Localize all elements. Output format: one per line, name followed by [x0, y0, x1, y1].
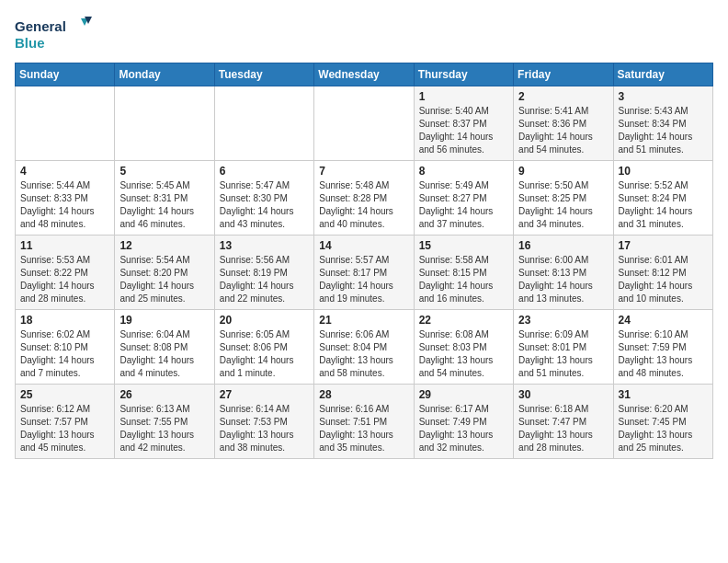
day-number: 9 [518, 165, 608, 178]
cell-details: Sunrise: 6:09 AMSunset: 8:01 PMDaylight:… [518, 329, 593, 378]
cell-details: Sunrise: 5:57 AMSunset: 8:17 PMDaylight:… [319, 255, 393, 304]
day-number: 22 [419, 314, 508, 327]
calendar-cell: 22Sunrise: 6:08 AMSunset: 8:03 PMDayligh… [414, 310, 513, 385]
calendar-cell: 19Sunrise: 6:04 AMSunset: 8:08 PMDayligh… [115, 310, 214, 385]
calendar-cell: 4Sunrise: 5:44 AMSunset: 8:33 PMDaylight… [16, 161, 115, 236]
cell-details: Sunrise: 5:58 AMSunset: 8:15 PMDaylight:… [419, 255, 494, 304]
cell-details: Sunrise: 6:18 AMSunset: 7:47 PMDaylight:… [518, 404, 593, 453]
cell-details: Sunrise: 6:14 AMSunset: 7:53 PMDaylight:… [220, 404, 294, 453]
calendar-cell: 17Sunrise: 6:01 AMSunset: 8:12 PMDayligh… [613, 236, 712, 310]
day-number: 29 [419, 388, 508, 401]
day-number: 27 [220, 388, 309, 401]
cell-details: Sunrise: 6:00 AMSunset: 8:13 PMDaylight:… [518, 255, 593, 304]
cell-details: Sunrise: 6:16 AMSunset: 7:51 PMDaylight:… [319, 404, 393, 453]
day-number: 14 [319, 239, 408, 252]
weekday-header-wednesday: Wednesday [314, 63, 414, 86]
weekday-header-tuesday: Tuesday [214, 63, 313, 86]
day-number: 7 [319, 165, 408, 178]
calendar-cell [115, 86, 214, 161]
weekday-header-sunday: Sunday [16, 63, 115, 86]
cell-details: Sunrise: 5:45 AMSunset: 8:31 PMDaylight:… [119, 180, 194, 229]
day-number: 12 [119, 239, 209, 252]
calendar-cell [214, 86, 313, 161]
calendar-cell: 23Sunrise: 6:09 AMSunset: 8:01 PMDayligh… [514, 310, 613, 385]
day-number: 21 [319, 314, 408, 327]
calendar-cell: 31Sunrise: 6:20 AMSunset: 7:45 PMDayligh… [613, 385, 712, 459]
cell-details: Sunrise: 6:12 AMSunset: 7:57 PMDaylight:… [20, 404, 95, 453]
weekday-header-friday: Friday [514, 63, 613, 86]
day-number: 20 [220, 314, 309, 327]
cell-details: Sunrise: 5:47 AMSunset: 8:30 PMDaylight:… [220, 180, 294, 229]
day-number: 8 [419, 165, 508, 178]
cell-details: Sunrise: 6:01 AMSunset: 8:12 PMDaylight:… [619, 255, 693, 304]
day-number: 26 [119, 388, 209, 401]
calendar-cell: 26Sunrise: 6:13 AMSunset: 7:55 PMDayligh… [115, 385, 214, 459]
calendar-cell: 21Sunrise: 6:06 AMSunset: 8:04 PMDayligh… [314, 310, 414, 385]
day-number: 5 [119, 165, 209, 178]
cell-details: Sunrise: 5:49 AMSunset: 8:27 PMDaylight:… [419, 180, 494, 229]
calendar-cell: 30Sunrise: 6:18 AMSunset: 7:47 PMDayligh… [514, 385, 613, 459]
cell-details: Sunrise: 6:04 AMSunset: 8:08 PMDaylight:… [119, 329, 194, 378]
cell-details: Sunrise: 6:20 AMSunset: 7:45 PMDaylight:… [619, 404, 693, 453]
calendar-cell: 29Sunrise: 6:17 AMSunset: 7:49 PMDayligh… [414, 385, 513, 459]
cell-details: Sunrise: 6:13 AMSunset: 7:55 PMDaylight:… [119, 404, 194, 453]
cell-details: Sunrise: 5:41 AMSunset: 8:36 PMDaylight:… [518, 106, 593, 155]
day-number: 15 [419, 239, 508, 252]
cell-details: Sunrise: 5:44 AMSunset: 8:33 PMDaylight:… [20, 180, 95, 229]
day-number: 25 [20, 388, 109, 401]
calendar-cell: 18Sunrise: 6:02 AMSunset: 8:10 PMDayligh… [16, 310, 115, 385]
calendar-cell: 7Sunrise: 5:48 AMSunset: 8:28 PMDaylight… [314, 161, 414, 236]
day-number: 19 [119, 314, 209, 327]
day-number: 17 [619, 239, 708, 252]
svg-text:Blue: Blue [15, 35, 45, 51]
logo: General Blue [15, 15, 97, 53]
cell-details: Sunrise: 6:06 AMSunset: 8:04 PMDaylight:… [319, 329, 393, 378]
cell-details: Sunrise: 5:50 AMSunset: 8:25 PMDaylight:… [518, 180, 593, 229]
page-header: General Blue [15, 15, 713, 53]
calendar-cell: 11Sunrise: 5:53 AMSunset: 8:22 PMDayligh… [16, 236, 115, 310]
day-number: 6 [220, 165, 309, 178]
cell-details: Sunrise: 6:02 AMSunset: 8:10 PMDaylight:… [20, 329, 95, 378]
calendar-cell: 5Sunrise: 5:45 AMSunset: 8:31 PMDaylight… [115, 161, 214, 236]
weekday-header-thursday: Thursday [414, 63, 513, 86]
calendar-cell: 10Sunrise: 5:52 AMSunset: 8:24 PMDayligh… [613, 161, 712, 236]
day-number: 16 [518, 239, 608, 252]
cell-details: Sunrise: 5:43 AMSunset: 8:34 PMDaylight:… [619, 106, 693, 155]
day-number: 23 [518, 314, 608, 327]
calendar-cell: 2Sunrise: 5:41 AMSunset: 8:36 PMDaylight… [514, 86, 613, 161]
cell-details: Sunrise: 5:52 AMSunset: 8:24 PMDaylight:… [619, 180, 693, 229]
day-number: 3 [619, 90, 708, 103]
calendar-cell: 6Sunrise: 5:47 AMSunset: 8:30 PMDaylight… [214, 161, 313, 236]
day-number: 30 [518, 388, 608, 401]
day-number: 13 [220, 239, 309, 252]
cell-details: Sunrise: 5:54 AMSunset: 8:20 PMDaylight:… [119, 255, 194, 304]
cell-details: Sunrise: 6:17 AMSunset: 7:49 PMDaylight:… [419, 404, 494, 453]
calendar-cell: 9Sunrise: 5:50 AMSunset: 8:25 PMDaylight… [514, 161, 613, 236]
weekday-header-saturday: Saturday [613, 63, 712, 86]
calendar-cell: 3Sunrise: 5:43 AMSunset: 8:34 PMDaylight… [613, 86, 712, 161]
calendar-cell: 28Sunrise: 6:16 AMSunset: 7:51 PMDayligh… [314, 385, 414, 459]
calendar-cell: 24Sunrise: 6:10 AMSunset: 7:59 PMDayligh… [613, 310, 712, 385]
calendar-cell: 15Sunrise: 5:58 AMSunset: 8:15 PMDayligh… [414, 236, 513, 310]
day-number: 1 [419, 90, 508, 103]
calendar-table: SundayMondayTuesdayWednesdayThursdayFrid… [15, 63, 713, 459]
cell-details: Sunrise: 5:56 AMSunset: 8:19 PMDaylight:… [220, 255, 294, 304]
calendar-cell: 27Sunrise: 6:14 AMSunset: 7:53 PMDayligh… [214, 385, 313, 459]
calendar-cell: 16Sunrise: 6:00 AMSunset: 8:13 PMDayligh… [514, 236, 613, 310]
weekday-header-monday: Monday [115, 63, 214, 86]
calendar-cell: 8Sunrise: 5:49 AMSunset: 8:27 PMDaylight… [414, 161, 513, 236]
day-number: 24 [619, 314, 708, 327]
cell-details: Sunrise: 6:08 AMSunset: 8:03 PMDaylight:… [419, 329, 494, 378]
cell-details: Sunrise: 5:53 AMSunset: 8:22 PMDaylight:… [20, 255, 95, 304]
calendar-cell: 1Sunrise: 5:40 AMSunset: 8:37 PMDaylight… [414, 86, 513, 161]
day-number: 10 [619, 165, 708, 178]
calendar-cell: 13Sunrise: 5:56 AMSunset: 8:19 PMDayligh… [214, 236, 313, 310]
cell-details: Sunrise: 6:05 AMSunset: 8:06 PMDaylight:… [220, 329, 294, 378]
day-number: 11 [20, 239, 109, 252]
day-number: 4 [20, 165, 109, 178]
calendar-cell [314, 86, 414, 161]
day-number: 18 [20, 314, 109, 327]
day-number: 31 [619, 388, 708, 401]
cell-details: Sunrise: 5:40 AMSunset: 8:37 PMDaylight:… [419, 106, 494, 155]
logo-svg: General Blue [15, 15, 97, 53]
